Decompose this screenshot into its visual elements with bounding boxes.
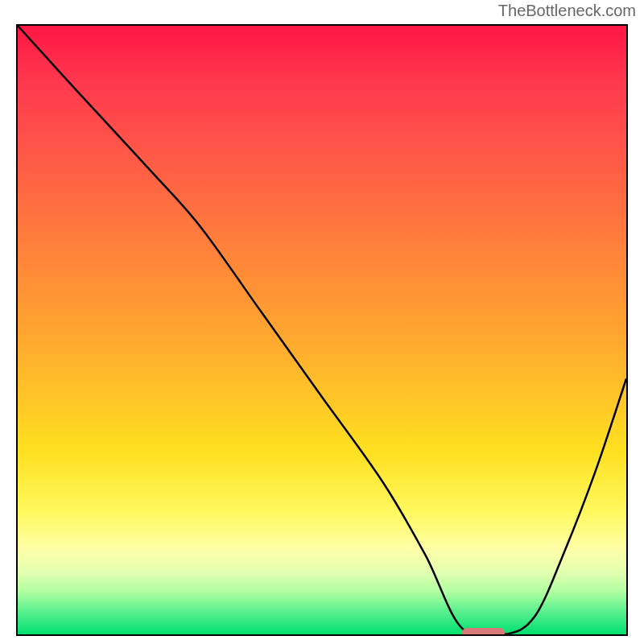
chart-frame <box>16 24 628 636</box>
bottleneck-curve-svg <box>18 26 626 634</box>
optimal-marker <box>462 628 505 636</box>
watermark-text: TheBottleneck.com <box>498 2 636 20</box>
bottleneck-curve <box>18 26 626 634</box>
